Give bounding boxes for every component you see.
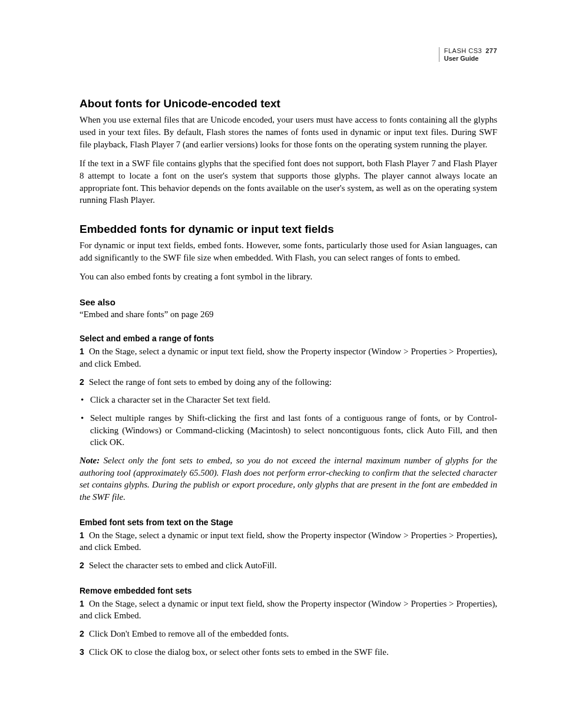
note-paragraph: Note: Select only the font sets to embed… xyxy=(80,454,497,503)
step-number: 1 xyxy=(80,530,89,541)
step-text: Click Don't Embed to remove all of the e… xyxy=(89,629,289,638)
step-text: Select the character sets to embed and c… xyxy=(89,561,277,570)
see-also-link[interactable]: “Embed and share fonts” on page 269 xyxy=(80,309,497,319)
procedure-step: 3Click OK to close the dialog box, or se… xyxy=(80,646,497,658)
procedure-step: 2Click Don't Embed to remove all of the … xyxy=(80,628,497,640)
product-name: FLASH CS3 xyxy=(444,47,482,55)
body-paragraph: You can also embed fonts by creating a f… xyxy=(80,271,497,283)
step-number: 1 xyxy=(80,598,89,610)
step-number: 2 xyxy=(80,377,89,388)
section-heading-embedded-fonts: Embedded fonts for dynamic or input text… xyxy=(80,223,497,236)
procedure-heading-select-embed: Select and embed a range of fonts xyxy=(80,334,497,343)
procedure-heading-remove: Remove embedded font sets xyxy=(80,586,497,595)
see-also-heading: See also xyxy=(80,297,497,307)
procedure-step: 1On the Stage, select a dynamic or input… xyxy=(80,598,497,622)
step-text: On the Stage, select a dynamic or input … xyxy=(80,531,497,552)
procedure-step: 2Select the range of font sets to embed … xyxy=(80,376,497,388)
document-page: FLASH CS3 277 User Guide About fonts for… xyxy=(0,0,562,723)
procedure-step: 1On the Stage, select a dynamic or input… xyxy=(80,345,497,370)
step-text: Select the range of font sets to embed b… xyxy=(89,377,332,387)
step-text: Click OK to close the dialog box, or sel… xyxy=(89,647,389,657)
step-number: 3 xyxy=(80,647,89,658)
body-paragraph: When you use external files that are Uni… xyxy=(80,114,497,150)
body-paragraph: For dynamic or input text fields, embed … xyxy=(80,239,497,263)
step-text: On the Stage, select a dynamic or input … xyxy=(80,347,497,368)
step-text: On the Stage, select a dynamic or input … xyxy=(80,599,497,621)
header-subtitle: User Guide xyxy=(444,55,497,62)
step-number: 2 xyxy=(80,628,89,640)
procedure-step: 2Select the character sets to embed and … xyxy=(80,559,497,572)
page-number: 277 xyxy=(485,47,497,55)
step-number: 1 xyxy=(80,346,89,357)
header-title-row: FLASH CS3 277 xyxy=(444,47,497,55)
step-number: 2 xyxy=(80,560,89,571)
procedure-heading-embed-stage: Embed font sets from text on the Stage xyxy=(80,518,497,527)
note-label: Note: xyxy=(80,456,100,465)
bullet-list: Click a character set in the Character S… xyxy=(80,394,497,449)
header-block: FLASH CS3 277 User Guide xyxy=(439,47,497,62)
bullet-item: Click a character set in the Character S… xyxy=(80,394,497,406)
bullet-item: Select multiple ranges by Shift-clicking… xyxy=(80,412,497,449)
note-text: Select only the font sets to embed, so y… xyxy=(80,456,497,502)
body-paragraph: If the text in a SWF file contains glyph… xyxy=(80,157,497,206)
procedure-step: 1On the Stage, select a dynamic or input… xyxy=(80,529,497,554)
section-heading-about-fonts: About fonts for Unicode-encoded text xyxy=(80,97,497,110)
page-header: FLASH CS3 277 User Guide xyxy=(80,47,497,62)
